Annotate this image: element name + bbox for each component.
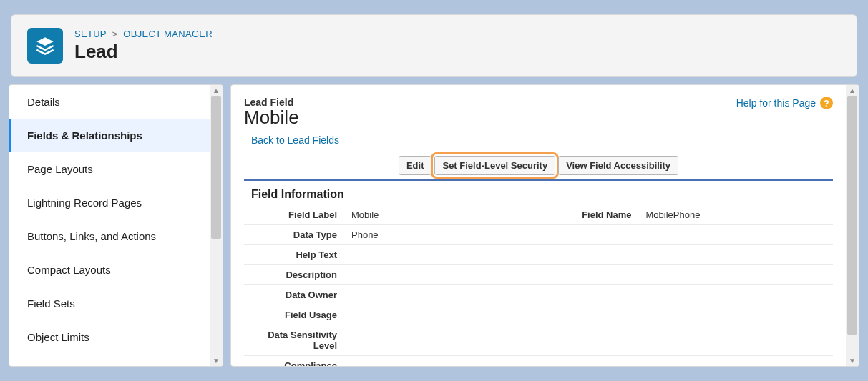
label-description: Description	[244, 264, 344, 284]
label-field-label: Field Label	[244, 205, 344, 224]
layers-icon	[35, 36, 55, 56]
sidebar-item-field-sets[interactable]: Field Sets	[9, 287, 210, 320]
main-scrollbar[interactable]: ▲ ▼	[846, 85, 859, 366]
help-icon: ?	[820, 97, 833, 109]
action-button-row: Edit Set Field-Level Security View Field…	[244, 156, 833, 175]
field-information-grid: Field Label Mobile Field Name MobilePhon…	[244, 205, 833, 366]
setup-header: SETUP > OBJECT MANAGER Lead	[11, 14, 857, 77]
label-field-name: Field Name	[539, 205, 639, 224]
value-compliance-categorization	[344, 355, 539, 366]
label-data-type: Data Type	[244, 224, 344, 244]
sidebar-item-lightning-record-pages[interactable]: Lightning Record Pages	[9, 186, 210, 219]
breadcrumb: SETUP > OBJECT MANAGER	[74, 29, 213, 39]
main-panel: Lead Field Mobile Help for this Page ? B…	[230, 84, 859, 367]
sidebar-item-page-layouts[interactable]: Page Layouts	[9, 152, 210, 186]
label-data-sensitivity: Data Sensitivity Level	[244, 325, 344, 355]
back-to-lead-fields-link[interactable]: Back to Lead Fields	[251, 134, 339, 146]
scroll-down-icon[interactable]: ▼	[849, 355, 856, 366]
value-data-type: Phone	[344, 224, 539, 244]
sidebar-item-fields-relationships[interactable]: Fields & Relationships	[9, 119, 210, 152]
value-field-name: MobilePhone	[639, 205, 834, 224]
sidebar-item-compact-layouts[interactable]: Compact Layouts	[9, 253, 210, 287]
sidebar-item-buttons-links-actions[interactable]: Buttons, Links, and Actions	[9, 219, 210, 253]
sidebar: Details Fields & Relationships Page Layo…	[9, 84, 223, 367]
help-link-label: Help for this Page	[736, 97, 816, 109]
value-field-usage	[344, 305, 539, 325]
value-help-text	[344, 244, 539, 264]
page-title: Lead	[74, 41, 213, 63]
sidebar-item-object-limits[interactable]: Object Limits	[9, 320, 210, 354]
label-field-usage: Field Usage	[244, 305, 344, 325]
section-divider	[244, 179, 833, 181]
sidebar-scrollbar[interactable]: ▲ ▼	[210, 85, 223, 366]
set-field-level-security-button[interactable]: Set Field-Level Security	[434, 156, 555, 175]
value-data-owner	[344, 284, 539, 305]
label-help-text: Help Text	[244, 244, 344, 264]
breadcrumb-section[interactable]: OBJECT MANAGER	[123, 29, 213, 39]
scroll-up-icon[interactable]: ▲	[849, 85, 856, 96]
help-for-page-link[interactable]: Help for this Page ?	[736, 97, 833, 109]
value-data-sensitivity	[344, 325, 539, 355]
field-information-heading: Field Information	[244, 184, 833, 205]
field-title: Mobile	[244, 107, 299, 129]
view-field-accessibility-button[interactable]: View Field Accessibility	[558, 156, 678, 175]
breadcrumb-separator: >	[112, 29, 118, 39]
object-icon	[27, 28, 63, 64]
label-compliance-categorization: Compliance Categorization	[244, 355, 344, 366]
sidebar-item-details[interactable]: Details	[9, 85, 210, 119]
edit-button[interactable]: Edit	[399, 156, 432, 175]
scroll-down-icon[interactable]: ▼	[213, 355, 220, 366]
breadcrumb-root[interactable]: SETUP	[74, 29, 107, 39]
value-field-label: Mobile	[344, 205, 539, 224]
scroll-up-icon[interactable]: ▲	[213, 85, 220, 96]
value-description	[344, 264, 539, 284]
label-data-owner: Data Owner	[244, 284, 344, 305]
